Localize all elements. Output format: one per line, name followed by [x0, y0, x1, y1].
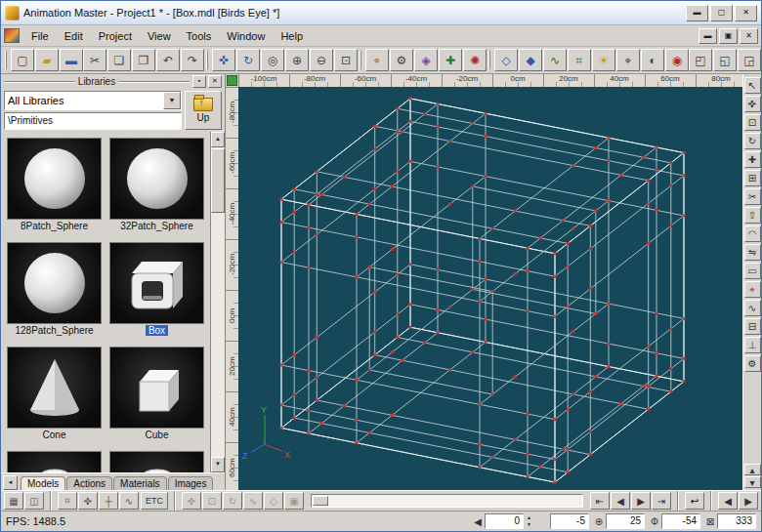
- panel-pin-icon[interactable]: ▪: [192, 75, 206, 88]
- toolbar-grip[interactable]: [5, 51, 7, 69]
- library-item-box[interactable]: Box: [109, 242, 204, 339]
- toolbar-scroll-down-icon[interactable]: ▾: [744, 476, 761, 488]
- child-restore-button[interactable]: ▣: [719, 28, 738, 44]
- insert-tool-icon[interactable]: ⊞: [744, 170, 761, 186]
- zoom-tool-icon[interactable]: ◎: [261, 49, 284, 71]
- go-to-end-button[interactable]: ⇥: [652, 492, 671, 510]
- library-select[interactable]: All Libraries ▼: [4, 91, 182, 110]
- wireframe-mode-icon[interactable]: ◇: [494, 49, 518, 71]
- library-item-cube[interactable]: Cube: [109, 347, 204, 443]
- ruler-corner[interactable]: [226, 74, 238, 87]
- tab-actions[interactable]: Actions: [66, 476, 112, 490]
- lathe-tool-icon[interactable]: ◠: [744, 225, 761, 242]
- panel-mode-icon[interactable]: ◫: [24, 492, 44, 510]
- next-frame-button[interactable]: ▶: [739, 492, 758, 510]
- library-item-32patch-sphere[interactable]: 32Patch_Sphere: [109, 138, 204, 234]
- scrollbar-thumb[interactable]: [211, 148, 225, 213]
- snap-grid-icon[interactable]: ⌗: [58, 492, 77, 510]
- minimize-button[interactable]: ▬: [686, 5, 708, 21]
- add-point-tool-icon[interactable]: ✚: [744, 151, 761, 168]
- spin-up-icon[interactable]: ▲: [525, 514, 533, 521]
- tab-materials[interactable]: Materials: [113, 476, 167, 490]
- loop-button[interactable]: ↩: [685, 492, 704, 510]
- menu-view[interactable]: View: [140, 27, 179, 45]
- frame-spinner[interactable]: ▲ ▼: [525, 514, 533, 528]
- turn-view-icon[interactable]: ↻: [236, 49, 260, 71]
- child-minimize-button[interactable]: ▬: [698, 28, 717, 44]
- toolbar-grip[interactable]: [360, 51, 361, 69]
- undo-icon[interactable]: ↶: [156, 49, 180, 71]
- menu-help[interactable]: Help: [273, 27, 311, 45]
- chevron-down-icon[interactable]: ▼: [163, 92, 181, 109]
- camera-toggle-icon[interactable]: ⌖: [616, 49, 640, 71]
- tab-scroll-left-icon[interactable]: ◂: [3, 475, 18, 490]
- library-item-cone[interactable]: Cone: [7, 347, 102, 443]
- back-view-icon[interactable]: ◱: [713, 49, 737, 71]
- filter-scale-icon[interactable]: ⊡: [202, 492, 222, 510]
- render-icon[interactable]: ✺: [463, 49, 487, 71]
- frame-slider-thumb[interactable]: [313, 496, 328, 506]
- toolbar-grip[interactable]: [206, 51, 208, 69]
- play-button[interactable]: ▶: [631, 492, 651, 510]
- spin-down-icon[interactable]: ▼: [525, 521, 533, 528]
- child-close-button[interactable]: ✕: [740, 28, 758, 44]
- pointer-tool-icon[interactable]: ↖: [744, 77, 761, 94]
- prev-frame-button[interactable]: ◀: [718, 492, 738, 510]
- curves-mode-icon[interactable]: ∿: [543, 49, 567, 71]
- bone-tool-icon[interactable]: ⌖: [744, 281, 761, 298]
- group-tool-icon[interactable]: ▭: [744, 263, 761, 279]
- etc-button[interactable]: ETC: [141, 492, 168, 510]
- tab-images[interactable]: Images: [168, 476, 214, 490]
- redo-icon[interactable]: ↷: [181, 49, 204, 71]
- filter-other-icon[interactable]: ◇: [264, 492, 283, 510]
- toolbar-scroll-up-icon[interactable]: ▴: [744, 464, 761, 475]
- step-back-button[interactable]: ◀: [611, 492, 630, 510]
- frame-value[interactable]: 0: [485, 513, 524, 529]
- folder-up-button[interactable]: ↑ Up: [185, 91, 222, 130]
- rotate-tool-icon[interactable]: ↻: [744, 133, 761, 149]
- menu-project[interactable]: Project: [91, 27, 140, 45]
- maximize-button[interactable]: ▢: [710, 5, 733, 21]
- paste-icon[interactable]: ❐: [132, 49, 155, 71]
- snap-point-icon[interactable]: ✜: [78, 492, 98, 510]
- filter-translate-icon[interactable]: ✜: [182, 492, 201, 510]
- panel-close-icon[interactable]: ✕: [208, 75, 222, 88]
- toolbar-grip[interactable]: [488, 51, 490, 69]
- left-view-icon[interactable]: ◲: [738, 49, 761, 71]
- menu-edit[interactable]: Edit: [57, 27, 91, 45]
- zoom-in-icon[interactable]: ⊕: [285, 49, 309, 71]
- wireframe-model[interactable]: YXZ: [238, 87, 742, 490]
- library-item-128patch-sphere[interactable]: 128Patch_Sphere: [7, 242, 102, 339]
- break-tool-icon[interactable]: ✂: [744, 188, 761, 205]
- frame-back-icon[interactable]: ◀: [472, 516, 484, 527]
- library-scrollbar[interactable]: ▲ ▼: [210, 132, 225, 472]
- stereo-toggle-icon[interactable]: ◐: [641, 49, 664, 71]
- library-item-cylinder-2[interactable]: [109, 451, 204, 472]
- viewport-canvas[interactable]: YXZ: [238, 87, 742, 490]
- window-mode-icon[interactable]: ▦: [4, 492, 23, 510]
- cut-icon[interactable]: ✂: [83, 49, 106, 71]
- document-icon[interactable]: [4, 28, 20, 43]
- shaded-mode-icon[interactable]: ◆: [519, 49, 542, 71]
- menu-tools[interactable]: Tools: [179, 27, 220, 45]
- tab-models[interactable]: Models: [21, 476, 65, 490]
- scroll-down-icon[interactable]: ▼: [211, 457, 225, 472]
- delete-tool-icon[interactable]: ⊟: [744, 318, 761, 335]
- key-skeletal-icon[interactable]: ┼: [99, 492, 118, 510]
- scroll-up-icon[interactable]: ▲: [211, 132, 225, 147]
- front-view-icon[interactable]: ◰: [689, 49, 712, 71]
- normals-tool-icon[interactable]: ⊥: [744, 337, 761, 353]
- frame-slider[interactable]: [311, 494, 583, 508]
- filter-rotate-icon[interactable]: ↻: [223, 492, 242, 510]
- grid-toggle-icon[interactable]: ⌗: [568, 49, 591, 71]
- muscle-tool-icon[interactable]: ∿: [744, 300, 761, 316]
- menu-window[interactable]: Window: [219, 27, 273, 45]
- mirror-tool-icon[interactable]: ⇋: [744, 244, 761, 261]
- extrude-tool-icon[interactable]: ⇧: [744, 207, 761, 224]
- go-to-start-button[interactable]: ⇤: [590, 492, 610, 510]
- translate-tool-icon[interactable]: ✜: [744, 96, 761, 112]
- copy-icon[interactable]: ❏: [107, 49, 131, 71]
- open-folder-icon[interactable]: ▰: [35, 49, 59, 71]
- new-document-icon[interactable]: ▢: [11, 49, 34, 71]
- scale-tool-icon[interactable]: ⊡: [744, 114, 761, 131]
